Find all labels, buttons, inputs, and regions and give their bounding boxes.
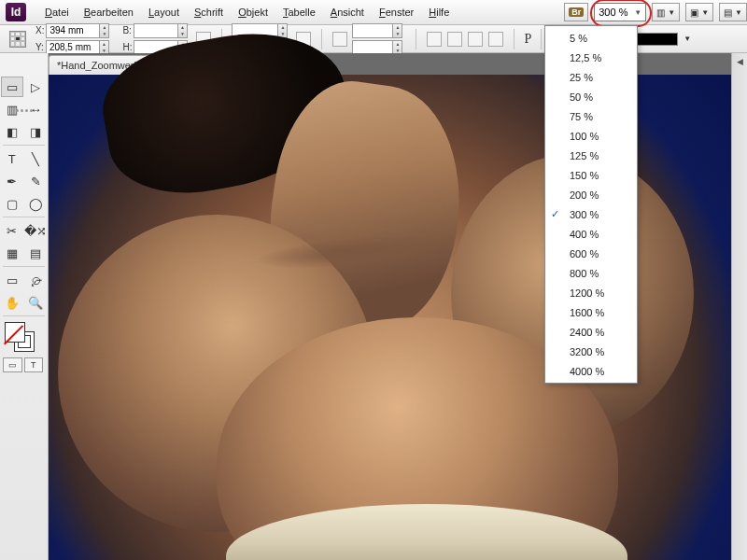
zoom-menu-item-label: 3200 % — [570, 346, 604, 357]
zoom-menu-item[interactable]: 4000 % — [545, 361, 637, 381]
arrange-icon: ▤ — [724, 7, 732, 18]
menu-fenster[interactable]: Fenster — [372, 3, 421, 21]
zoom-menu-item[interactable]: 125 % — [545, 146, 637, 165]
screen-mode-button[interactable]: ▣▼ — [685, 3, 713, 21]
flip-horizontal-icon[interactable] — [468, 32, 483, 47]
zoom-menu-item[interactable]: 5 % — [545, 28, 637, 48]
zoom-level-menu: 5 %12,5 %25 %50 %75 %100 %125 %150 %200 … — [544, 25, 638, 384]
zoom-menu-item-label: 400 % — [570, 229, 599, 240]
view-options-icon: ▥ — [656, 7, 665, 18]
zoom-menu-item-label: 12,5 % — [570, 52, 601, 63]
zoom-menu-item[interactable]: 1600 % — [545, 302, 637, 322]
menu-bearbeiten[interactable]: Bearbeiten — [77, 3, 141, 21]
zoom-level-value: 300 % — [599, 7, 627, 18]
zoom-menu-item[interactable]: 3200 % — [545, 342, 637, 361]
zoom-menu-item[interactable]: 50 % — [545, 87, 637, 106]
hand-tool[interactable]: ✋ — [1, 292, 23, 313]
direct-selection-tool[interactable]: ▷ — [25, 77, 48, 97]
bridge-button[interactable]: Br — [564, 3, 588, 21]
flip-vertical-icon[interactable] — [488, 32, 503, 47]
zoom-menu-item[interactable]: 75 % — [545, 106, 637, 126]
view-options-button[interactable]: ▥▼ — [652, 3, 680, 21]
menu-hilfe[interactable]: Hilfe — [421, 3, 457, 21]
zoom-menu-item[interactable]: 1200 % — [545, 283, 637, 302]
panel-dock-collapsed[interactable]: ◀ — [731, 53, 747, 560]
zoom-menu-item[interactable]: ✓300 % — [545, 204, 637, 224]
zoom-menu-item-label: 300 % — [570, 209, 599, 220]
fill-swatch[interactable] — [5, 322, 25, 343]
screen-mode-icon: ▣ — [690, 7, 698, 18]
zoom-menu-item-label: 1200 % — [570, 287, 604, 299]
fill-stroke-swatch[interactable] — [3, 320, 45, 354]
zoom-menu-item-label: 75 % — [570, 111, 593, 122]
menu-bar: Id Datei Bearbeiten Layout Schrift Objek… — [0, 0, 747, 25]
zoom-menu-item[interactable]: 2400 % — [545, 322, 637, 342]
selection-tool[interactable]: ▭ — [1, 77, 23, 97]
pencil-tool[interactable]: ✎ — [25, 171, 48, 191]
menu-datei[interactable]: Datei — [37, 3, 77, 21]
zoom-menu-item[interactable]: 800 % — [545, 263, 637, 283]
zoom-menu-item-label: 600 % — [570, 248, 599, 259]
pen-tool[interactable]: ✒ — [1, 171, 23, 191]
zoom-menu-item-label: 2400 % — [570, 327, 604, 338]
check-icon: ✓ — [551, 208, 559, 220]
zoom-menu-item[interactable]: 25 % — [545, 67, 637, 87]
type-tool[interactable]: T — [1, 148, 23, 169]
paragraph-style-label: P — [524, 32, 531, 47]
separator — [541, 29, 542, 49]
x-field[interactable]: X:▲▼ — [35, 23, 109, 38]
zoom-menu-item[interactable]: 600 % — [545, 244, 637, 263]
menu-schrift[interactable]: Schrift — [187, 3, 231, 21]
zoom-menu-item[interactable]: 100 % — [545, 126, 637, 146]
zoom-menu-item[interactable]: 150 % — [545, 165, 637, 185]
rotate-field[interactable]: ▲▼ — [352, 23, 402, 38]
eyedropper-tool[interactable]: ⌮ — [25, 270, 48, 290]
reference-point-grid[interactable] — [9, 31, 26, 48]
zoom-menu-item-label: 25 % — [570, 72, 593, 83]
zoom-menu-item-label: 5 % — [570, 33, 587, 44]
rectangle-frame-tool[interactable]: ▢ — [1, 193, 23, 214]
chevron-down-icon: ▼ — [634, 8, 641, 17]
panel-grip-icon[interactable] — [4, 109, 45, 117]
app-logo: Id — [6, 3, 26, 21]
free-transform-tool[interactable]: �⤮ — [24, 220, 47, 241]
width-field[interactable]: B:▲▼ — [122, 23, 188, 38]
gradient-feather-tool[interactable]: ▤ — [25, 243, 48, 263]
apply-color-button[interactable]: ▭ — [3, 357, 22, 372]
note-tool[interactable]: ▭ — [1, 270, 23, 290]
arrange-button[interactable]: ▤▼ — [719, 3, 747, 21]
content-placer-tool[interactable]: ◨ — [25, 121, 48, 142]
content-collector-tool[interactable]: ◧ — [1, 121, 23, 142]
zoom-level-combo[interactable]: 300 % ▼ — [594, 3, 646, 21]
menu-layout[interactable]: Layout — [141, 3, 187, 21]
rotate-cw-icon[interactable] — [447, 32, 462, 47]
apply-text-button[interactable]: T — [24, 357, 44, 372]
zoom-menu-item-label: 50 % — [570, 91, 593, 103]
tools-panel: ▭▷ ▥↔ ◧◨ T╲ ✒✎ ▢◯ ✂�⤮ ▦▤ ▭⌮ ✋🔍 ▭ T — [0, 53, 49, 560]
rotate-icon[interactable] — [332, 32, 347, 47]
zoom-menu-item[interactable]: 200 % — [545, 185, 637, 204]
rotate-ccw-icon[interactable] — [427, 32, 442, 47]
zoom-menu-item-label: 1600 % — [570, 307, 604, 318]
zoom-menu-item-label: 100 % — [570, 131, 599, 142]
menu-ansicht[interactable]: Ansicht — [323, 3, 372, 21]
zoom-menu-item[interactable]: 400 % — [545, 224, 637, 244]
line-tool[interactable]: ╲ — [25, 148, 48, 169]
menu-tabelle[interactable]: Tabelle — [275, 3, 323, 21]
ellipse-tool[interactable]: ◯ — [25, 193, 48, 214]
gradient-swatch-tool[interactable]: ▦ — [1, 243, 23, 263]
expand-panels-icon[interactable]: ◀ — [732, 57, 747, 66]
zoom-menu-item-label: 800 % — [570, 268, 599, 279]
zoom-menu-item[interactable]: 12,5 % — [545, 48, 637, 67]
zoom-tool[interactable]: 🔍 — [25, 292, 48, 313]
chevron-down-icon: ▼ — [735, 8, 742, 17]
document-area: *Hand_Zoomwerkzeug.indd @ 300 % × ◀ — [49, 53, 747, 560]
chevron-down-icon: ▼ — [701, 8, 709, 17]
zoom-menu-item-label: 150 % — [570, 170, 599, 181]
separator — [321, 29, 322, 49]
menu-objekt[interactable]: Objekt — [231, 3, 275, 21]
zoom-menu-item-label: 4000 % — [570, 366, 604, 377]
scissors-tool[interactable]: ✂ — [1, 220, 22, 241]
chevron-down-icon: ▼ — [668, 8, 675, 17]
separator — [416, 29, 416, 49]
